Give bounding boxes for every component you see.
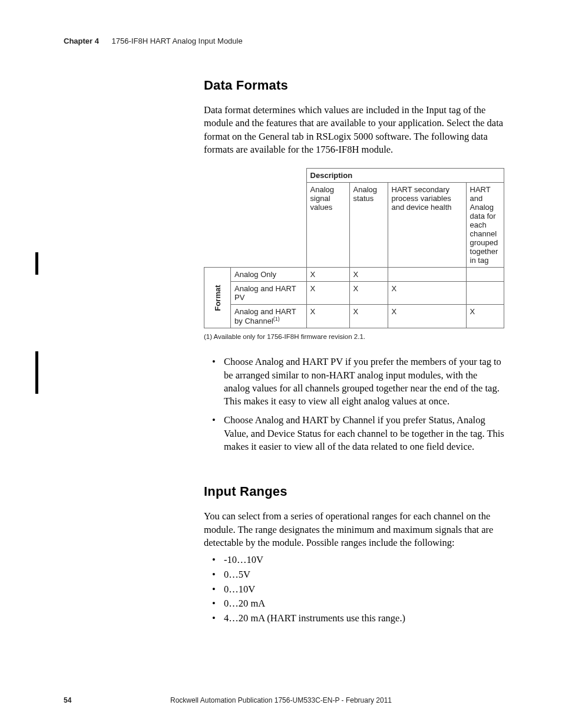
table-cell: [466, 268, 504, 282]
table-cell: X: [349, 268, 388, 282]
table-row-name: Analog and HART by Channel(1): [231, 305, 307, 328]
change-bar: [35, 351, 38, 394]
format-label: Format: [213, 285, 222, 311]
bullet-list: Choose Analog and HART PV if you prefer …: [204, 355, 504, 453]
table-cell: [231, 183, 307, 268]
section-heading-input-ranges: Input Ranges: [204, 484, 504, 499]
chapter-title: 1756-IF8H HART Analog Input Module: [112, 37, 243, 45]
running-head: Chapter 4 1756-IF8H HART Analog Input Mo…: [64, 37, 243, 45]
body-paragraph: You can select from a series of operatio…: [204, 510, 504, 549]
range-list: -10…10V 0…5V 0…10V 0…20 mA 4…20 mA (HART…: [204, 553, 504, 626]
list-item: Choose Analog and HART by Channel if you…: [224, 414, 504, 453]
table-row-group-label: Format: [204, 268, 231, 328]
change-bar: [35, 252, 38, 275]
table-header-col: HART and Analog data for each channel gr…: [466, 183, 504, 268]
page: Chapter 4 1756-IF8H HART Analog Input Mo…: [0, 0, 562, 728]
table-cell: X: [388, 282, 466, 305]
table-header-description: Description: [306, 169, 504, 183]
footnote-marker: (1): [273, 316, 280, 322]
list-item: 0…5V: [224, 568, 504, 582]
table-cell: X: [306, 305, 349, 328]
table-header-col: HART secondary process variables and dev…: [388, 183, 466, 268]
table-cell: [388, 268, 466, 282]
table-cell: X: [306, 282, 349, 305]
row-name-text: Analog and HART by Channel: [234, 307, 296, 325]
table-header-col: Analog status: [349, 183, 388, 268]
table-row-name: Analog and HART PV: [231, 282, 307, 305]
table-row-name: Analog Only: [231, 268, 307, 282]
table-cell: X: [306, 268, 349, 282]
table-header-col: Analog signal values: [306, 183, 349, 268]
table-cell: [231, 169, 307, 183]
table-cell: [204, 183, 231, 268]
table-cell: X: [466, 305, 504, 328]
table-cell: [204, 169, 231, 183]
table-cell: [466, 282, 504, 305]
table-footnote: (1) Available only for 1756-IF8H firmwar…: [204, 333, 504, 340]
spacer: [204, 465, 504, 484]
list-item: 0…20 mA: [224, 597, 504, 611]
content-column: Data Formats Data format determines whic…: [204, 78, 504, 626]
list-item: Choose Analog and HART PV if you prefer …: [224, 355, 504, 408]
section-heading-data-formats: Data Formats: [204, 78, 504, 93]
table-cell: X: [349, 305, 388, 328]
chapter-label: Chapter 4: [64, 37, 99, 45]
publication-line: Rockwell Automation Publication 1756-UM5…: [0, 696, 562, 704]
body-paragraph: Data format determines which values are …: [204, 104, 504, 156]
data-formats-table: Description Analog signal values Analog …: [204, 168, 504, 328]
list-item: 4…20 mA (HART instruments use this range…: [224, 611, 504, 626]
table-cell: X: [349, 282, 388, 305]
table-cell: X: [388, 305, 466, 328]
list-item: -10…10V: [224, 553, 504, 568]
list-item: 0…10V: [224, 582, 504, 597]
